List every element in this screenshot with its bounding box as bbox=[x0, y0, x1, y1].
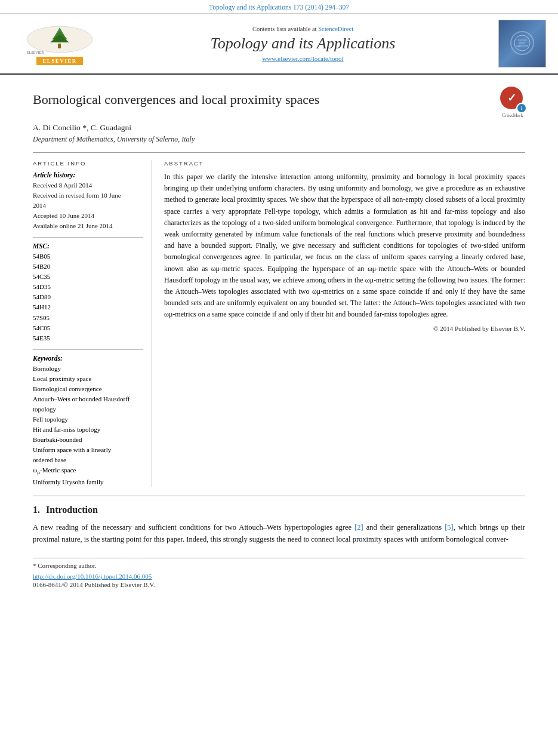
section-separator bbox=[33, 496, 525, 496]
science-direct-label: Contents lists available at ScienceDirec… bbox=[113, 26, 492, 32]
footnote-area: * Corresponding author. http://dx.doi.or… bbox=[33, 558, 525, 588]
kw-11: ωμ-Metric space bbox=[33, 465, 143, 477]
cite-2[interactable]: [2] bbox=[354, 523, 363, 531]
msc-code-6: 54H12 bbox=[33, 302, 143, 312]
journal-title: Topology and its Applications bbox=[113, 35, 492, 53]
citation-text: Topology and its Applications 173 (2014)… bbox=[209, 4, 349, 11]
msc-code-5: 54D80 bbox=[33, 292, 143, 302]
msc-code-9: 54E35 bbox=[33, 333, 143, 343]
issn-line: 0166-8641/© 2014 Published by Elsevier B… bbox=[33, 581, 525, 588]
journal-citation: Topology and its Applications 173 (2014)… bbox=[0, 0, 558, 14]
article-history: Article history: Received 8 April 2014 R… bbox=[33, 171, 143, 231]
svg-text:ELSEVIER: ELSEVIER bbox=[27, 51, 44, 54]
copyright: © 2014 Published by Elsevier B.V. bbox=[164, 325, 525, 332]
kw-5: topology bbox=[33, 404, 143, 414]
affiliation: Department of Mathematics, University of… bbox=[33, 135, 525, 144]
doi-link[interactable]: http://dx.doi.org/10.1016/j.topol.2014.0… bbox=[33, 573, 152, 580]
history-line-4: Accepted 10 June 2014 bbox=[33, 211, 143, 221]
intro-paragraph-1: A new reading of the necessary and suffi… bbox=[33, 521, 525, 546]
msc-code-7: 57S05 bbox=[33, 313, 143, 323]
crossmark-label: CrossMark bbox=[502, 113, 523, 118]
abstract-text: In this paper we clarify the intensive i… bbox=[164, 171, 525, 320]
doi-line[interactable]: http://dx.doi.org/10.1016/j.topol.2014.0… bbox=[33, 573, 525, 580]
crossmark-icon: ✓ i bbox=[500, 87, 525, 112]
abstract-label: ABSTRACT bbox=[164, 160, 525, 167]
kw-7: Hit and far-miss topology bbox=[33, 425, 143, 435]
history-line-1: Received 8 April 2014 bbox=[33, 180, 143, 190]
msc-code-3: 54C35 bbox=[33, 272, 143, 282]
kw-9: Uniform space with a linearly bbox=[33, 445, 143, 455]
history-line-5: Available online 21 June 2014 bbox=[33, 221, 143, 231]
kw-8: Bourbaki-bounded bbox=[33, 435, 143, 445]
msc-code-2: 54B20 bbox=[33, 262, 143, 272]
msc-code-8: 54C05 bbox=[33, 323, 143, 333]
journal-url[interactable]: www.elsevier.com/locate/topol bbox=[113, 55, 492, 62]
kw-3: Bornological convergence bbox=[33, 384, 143, 394]
intro-heading: 1. Introduction bbox=[33, 505, 525, 515]
journal-thumbnail: Topology and its Applications bbox=[498, 20, 546, 67]
separator-2 bbox=[33, 349, 143, 350]
kw-2: Local proximity space bbox=[33, 374, 143, 384]
abstract-column: ABSTRACT In this paper we clarify the in… bbox=[164, 160, 525, 487]
intro-section-number: 1. bbox=[33, 505, 40, 515]
history-line-3: 2014 bbox=[33, 201, 143, 211]
footnote-text: * Corresponding author. bbox=[33, 562, 525, 569]
svg-text:Applications: Applications bbox=[516, 44, 529, 47]
history-title: Article history: bbox=[33, 171, 143, 179]
paper-title: Bornological convergences and local prox… bbox=[33, 91, 493, 109]
authors: A. Di Concilio *, C. Guadagni bbox=[33, 123, 525, 133]
article-info-label: ARTICLE INFO bbox=[33, 160, 143, 167]
elsevier-badge: ELSEVIER bbox=[36, 57, 83, 65]
separator bbox=[33, 237, 143, 238]
msc-title: MSC: bbox=[33, 242, 143, 250]
msc-code-1: 54B05 bbox=[33, 251, 143, 262]
kw-1: Bornology bbox=[33, 364, 143, 374]
paper-content: Bornological convergences and local prox… bbox=[0, 75, 558, 600]
journal-header: ELSEVIER ELSEVIER Contents lists availab… bbox=[0, 14, 558, 75]
msc-section: MSC: 54B05 54B20 54C35 54D35 54D80 54H12… bbox=[33, 242, 143, 343]
elsevier-logo-area: ELSEVIER ELSEVIER bbox=[12, 23, 107, 65]
thumb-inner-icon: Topology and its Applications bbox=[513, 34, 531, 52]
kw-12: Uniformly Urysohn family bbox=[33, 477, 143, 487]
cite-5[interactable]: [5] bbox=[445, 523, 454, 531]
keywords-section: Keywords: Bornology Local proximity spac… bbox=[33, 355, 143, 487]
kw-10: ordered base bbox=[33, 455, 143, 465]
crossmark-container[interactable]: ✓ i CrossMark bbox=[500, 87, 525, 118]
thumb-decoration-icon: Topology and its Applications bbox=[510, 31, 534, 55]
history-line-2: Received in revised form 10 June bbox=[33, 190, 143, 201]
msc-code-4: 54D35 bbox=[33, 282, 143, 292]
abstract-paragraph: In this paper we clarify the intensive i… bbox=[164, 171, 525, 320]
svg-rect-1 bbox=[58, 44, 61, 48]
two-column-section: ARTICLE INFO Article history: Received 8… bbox=[33, 152, 525, 487]
kw-6: Fell topology bbox=[33, 414, 143, 425]
keywords-title: Keywords: bbox=[33, 355, 143, 362]
intro-section-title: Introduction bbox=[46, 505, 98, 515]
article-info-column: ARTICLE INFO Article history: Received 8… bbox=[33, 160, 152, 487]
elsevier-tree-icon: ELSEVIER bbox=[24, 23, 95, 56]
title-row: Bornological convergences and local prox… bbox=[33, 87, 525, 118]
journal-center: Contents lists available at ScienceDirec… bbox=[113, 26, 492, 62]
introduction-section: 1. Introduction A new reading of the nec… bbox=[33, 505, 525, 546]
kw-4: Attouch–Wets or bounded Hausdorff bbox=[33, 394, 143, 404]
science-direct-link[interactable]: ScienceDirect bbox=[318, 26, 353, 32]
